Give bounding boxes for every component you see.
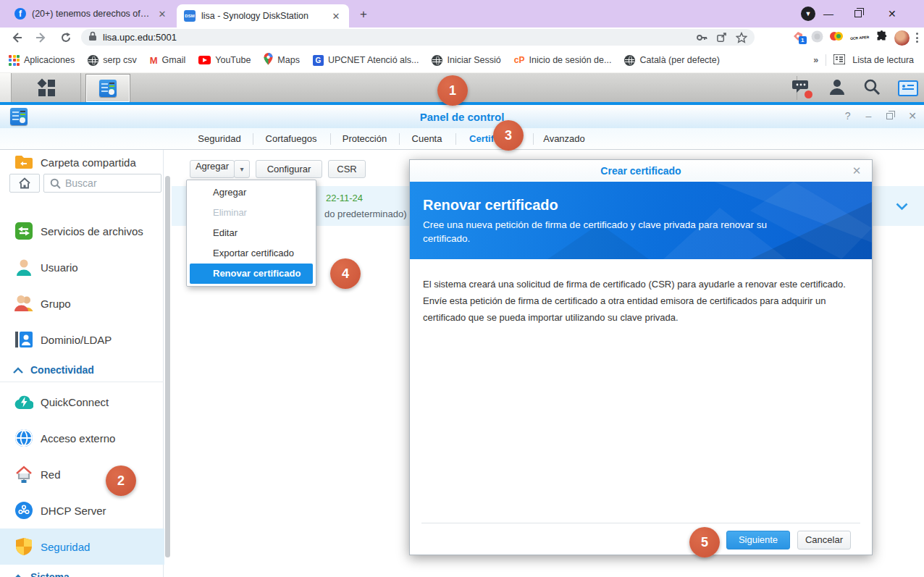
bookmark-star-icon[interactable] — [736, 32, 747, 43]
new-tab-button[interactable]: + — [356, 7, 371, 22]
sidebar-scrollbar[interactable] — [165, 176, 170, 557]
extension-tag-icon[interactable]: 1 — [791, 30, 805, 46]
reload-icon[interactable] — [58, 30, 74, 46]
section-label: Conectividad — [30, 364, 94, 376]
certificate-expiry-date: 22-11-24 — [326, 193, 363, 203]
reading-list-label[interactable]: Lista de lectura — [852, 55, 914, 65]
window-restore-button[interactable] — [854, 0, 886, 28]
bookmark-label: Gmail — [162, 55, 186, 65]
browser-tab-dsm[interactable]: DSM lisa - Synology DiskStation ✕ — [177, 4, 349, 28]
sidebar-item-label: Dominio/LDAP — [41, 334, 112, 346]
address-bar[interactable]: lisa.upc.edu:5001 — [81, 29, 755, 46]
sidebar-item-label: Servicios de archivos — [41, 225, 143, 237]
apps-grid-icon — [9, 55, 20, 66]
dialog-banner: Renovar certificado Cree una nueva petic… — [410, 182, 872, 259]
bookmark-label: Català (per defecte) — [639, 55, 719, 65]
tab-close-icon[interactable]: ✕ — [330, 11, 342, 22]
menu-item-editar[interactable]: Editar — [187, 223, 316, 243]
extension-badge: 1 — [799, 36, 807, 44]
tab-cortafuegos[interactable]: Cortafuegos — [256, 128, 326, 149]
browser-extensions-area: 1 OCR APER — [791, 30, 918, 46]
bookmark-iniciar-sessio[interactable]: Iniciar Sessió — [432, 55, 500, 66]
sidebar-item-label: Grupo — [41, 298, 71, 310]
password-key-icon[interactable] — [696, 32, 707, 43]
share-icon[interactable] — [716, 32, 727, 43]
sidebar-section-conectividad[interactable]: Conectividad — [0, 359, 164, 381]
tab-avanzado[interactable]: Avanzado — [537, 128, 592, 149]
upcnet-icon: G — [313, 55, 324, 66]
user-options-button[interactable] — [828, 78, 846, 98]
bookmark-gmail[interactable]: M Gmail — [150, 55, 186, 66]
sidebar-item-grupo[interactable]: Grupo — [0, 285, 164, 321]
extension-ocr-icon[interactable]: OCR APER — [850, 35, 870, 41]
search-icon — [50, 178, 61, 189]
back-icon[interactable] — [9, 30, 25, 46]
show-desktop-button[interactable] — [0, 73, 12, 103]
menu-item-exportar-certificado[interactable]: Exportar certificado — [187, 243, 316, 264]
window-title: Panel de control — [0, 111, 924, 123]
configure-button[interactable]: Configurar — [256, 160, 322, 178]
browser-tab-facebook[interactable]: f (20+) tenemos derechos oficial - ✕ — [7, 0, 175, 28]
bookmark-youtube[interactable]: YouTube — [198, 55, 251, 65]
bookmark-serp-csv[interactable]: serp csv — [88, 55, 137, 66]
url-text[interactable]: lisa.upc.edu:5001 — [103, 32, 687, 43]
network-icon — [14, 465, 33, 484]
bookmarks-overflow-chevron[interactable]: » — [813, 55, 818, 65]
extension-colored-icon[interactable] — [830, 30, 844, 45]
sidebar-search[interactable] — [43, 174, 161, 193]
menu-item-agregar[interactable]: Agregar — [187, 182, 316, 203]
search-button[interactable] — [863, 78, 881, 98]
notifications-button[interactable] — [792, 78, 811, 98]
cancelar-button[interactable]: Cancelar — [797, 531, 851, 549]
profile-avatar[interactable] — [894, 30, 910, 46]
chrome-menu-icon[interactable] — [916, 33, 918, 43]
menu-item-renovar-certificado[interactable]: Renovar certificado — [190, 264, 313, 284]
sidebar-section-sistema[interactable]: Sistema — [0, 566, 164, 577]
sidebar-item-quickconnect[interactable]: QuickConnect — [0, 384, 164, 420]
forward-icon[interactable] — [33, 30, 49, 46]
dialog-subheading: Cree una nueva petición de firma de cert… — [423, 218, 799, 245]
chrome-update-indicator[interactable]: ▼ — [801, 0, 815, 28]
sidebar-item-label: DHCP Server — [41, 505, 106, 517]
window-titlebar[interactable]: Panel de control ? – ✕ — [0, 105, 924, 128]
sidebar-item-dominio-ldap[interactable]: Dominio/LDAP — [0, 321, 164, 358]
bookmark-maps[interactable]: Maps — [264, 53, 300, 67]
bookmark-upcnet[interactable]: G UPCNET Atenció als... — [313, 55, 419, 66]
taskbar-control-panel-button[interactable] — [85, 74, 130, 103]
tab-seguridad[interactable]: Seguridad — [190, 128, 249, 149]
globe-icon — [432, 55, 442, 66]
reading-list-icon[interactable] — [833, 54, 845, 67]
widgets-button[interactable] — [898, 80, 918, 96]
bookmark-catala[interactable]: Català (per defecte) — [624, 55, 719, 66]
sidebar-item-seguridad[interactable]: Seguridad — [0, 528, 164, 565]
restore-button[interactable] — [886, 113, 893, 119]
tab-proteccion[interactable]: Protección — [334, 128, 395, 149]
siguiente-button[interactable]: Siguiente — [726, 531, 790, 549]
chevron-down-icon[interactable] — [896, 201, 908, 214]
facebook-favicon-icon: f — [14, 8, 26, 20]
close-button[interactable]: ✕ — [908, 110, 917, 122]
sidebar-home-button[interactable] — [9, 174, 40, 193]
chevron-up-icon — [13, 363, 23, 376]
tab-close-icon[interactable]: ✕ — [156, 9, 168, 20]
tab-cuenta[interactable]: Cuenta — [403, 128, 451, 149]
help-button[interactable]: ? — [845, 110, 851, 122]
bookmark-inicio-sesion[interactable]: cP Inicio de sesión de... — [514, 55, 612, 65]
bookmark-aplicaciones[interactable]: Aplicaciones — [9, 55, 75, 66]
add-button[interactable]: Agregar — [190, 160, 235, 178]
extension-muted-icon[interactable] — [811, 30, 823, 46]
window-minimize-button[interactable]: — — [823, 0, 855, 28]
csr-button[interactable]: CSR — [328, 160, 366, 178]
add-dropdown-arrow[interactable]: ▾ — [234, 160, 250, 178]
search-input[interactable] — [65, 177, 145, 189]
window-close-button[interactable]: ✕ — [888, 0, 920, 28]
sidebar-item-dhcp-server[interactable]: DHCP Server — [0, 492, 164, 528]
dialog-close-icon[interactable]: ✕ — [850, 164, 863, 177]
sidebar-item-red[interactable]: Red — [0, 456, 164, 492]
extensions-puzzle-icon[interactable] — [875, 30, 888, 46]
sidebar-item-usuario[interactable]: Usuario — [0, 249, 164, 285]
minimize-button[interactable]: – — [865, 110, 871, 122]
sidebar-item-acceso-externo[interactable]: Acceso externo — [0, 420, 164, 456]
main-menu-button[interactable] — [12, 73, 81, 103]
sidebar-item-servicios-archivos[interactable]: Servicios de archivos — [0, 213, 164, 249]
